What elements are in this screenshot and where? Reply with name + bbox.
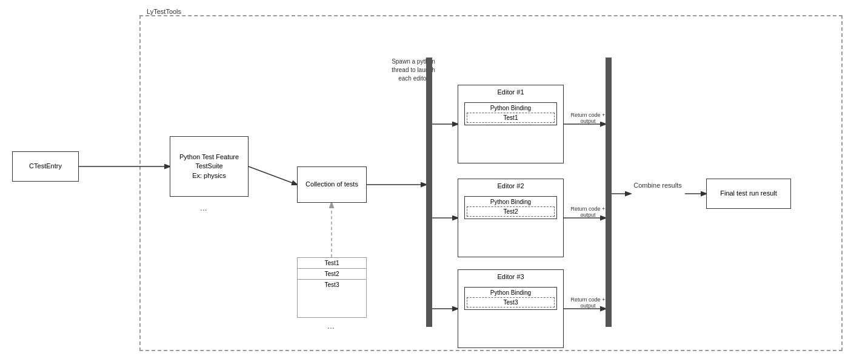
combine-results-label: Combine results <box>630 182 685 189</box>
ellipsis-feature: ... <box>200 203 207 212</box>
test3-inner-box: Test3 <box>467 297 555 308</box>
python-binding-3-outer: Python Binding Test3 <box>464 287 557 310</box>
return-label-3: Return code +output <box>567 297 609 309</box>
python-binding-1-label: Python Binding <box>467 105 555 111</box>
diagram-container: LyTestTools <box>6 6 862 354</box>
return-label-1: Return code +output <box>567 112 609 124</box>
spawn-label-line3: each editor <box>398 75 428 82</box>
python-binding-2-outer: Python Binding Test2 <box>464 196 557 219</box>
python-binding-3-label: Python Binding <box>467 289 555 296</box>
test-list-item-1: Test1 <box>298 258 366 269</box>
test-list-item-3: Test3 <box>298 280 366 290</box>
editor-3-box: Editor #3 Python Binding Test3 <box>458 269 564 348</box>
ctest-entry-box: CTestEntry <box>12 151 79 182</box>
spawn-label: Spawn a python thread to launch each edi… <box>386 58 441 83</box>
spawn-vertical-bar <box>426 58 432 327</box>
result-vertical-bar <box>606 58 612 327</box>
ctest-entry-label: CTestEntry <box>29 162 62 171</box>
python-test-feature-box: Python Test Feature TestSuite Ex: physic… <box>170 136 249 197</box>
test1-inner-box: Test1 <box>467 113 555 123</box>
editor-1-box: Editor #1 Python Binding Test1 <box>458 85 564 163</box>
ellipsis-tests: ... <box>327 321 335 331</box>
collection-tests-box: Collection of tests <box>297 166 367 203</box>
editor-1-label: Editor #1 <box>458 88 563 96</box>
test-list-box: Test1 Test2 Test3 <box>297 257 367 318</box>
test-list-item-2: Test2 <box>298 269 366 280</box>
editor-2-box: Editor #2 Python Binding Test2 <box>458 179 564 257</box>
editor-3-label: Editor #3 <box>458 273 563 280</box>
python-binding-2-label: Python Binding <box>467 199 555 205</box>
collection-tests-label: Collection of tests <box>305 180 358 189</box>
lytesttools-label: LyTestTools <box>145 8 182 15</box>
python-test-feature-label: Python Test Feature TestSuite Ex: physic… <box>179 153 239 180</box>
final-result-label: Final test run result <box>720 189 777 198</box>
python-binding-1-outer: Python Binding Test1 <box>464 102 557 125</box>
final-result-box: Final test run result <box>706 179 791 209</box>
return-label-2: Return code +output <box>567 206 609 218</box>
test2-inner-box: Test2 <box>467 206 555 217</box>
editor-2-label: Editor #2 <box>458 182 563 189</box>
